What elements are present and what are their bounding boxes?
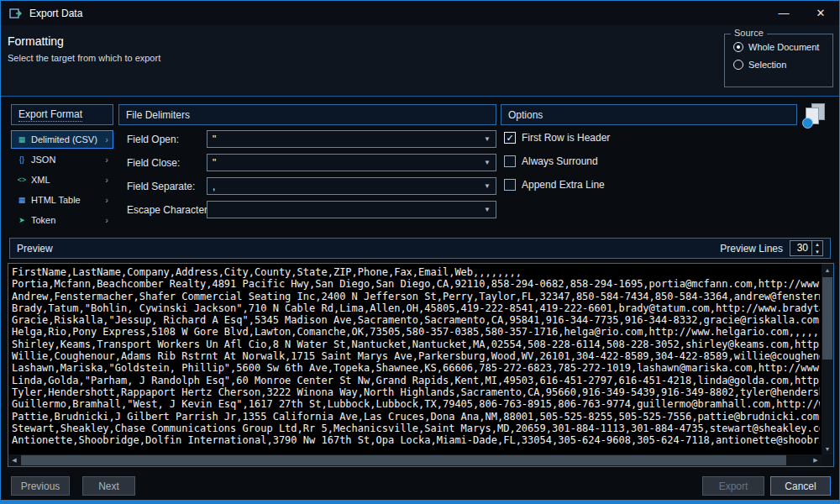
source-groupbox-label: Source: [731, 28, 767, 38]
export-format-header-label: Export Format: [18, 108, 82, 122]
checkbox-first-row-is-header[interactable]: ✓First Row is Header: [504, 132, 610, 144]
file-delimiters-header: File Delimiters: [118, 104, 496, 125]
token-icon: ➤: [16, 216, 28, 224]
chevron-down-icon: ▼: [484, 206, 491, 213]
previous-button[interactable]: Previous: [11, 476, 70, 496]
field-label-field-separate: Field Separate:: [127, 181, 195, 192]
next-button[interactable]: Next: [82, 476, 135, 496]
close-button[interactable]: ✕: [802, 1, 839, 25]
format-item-xml[interactable]: <>XML›: [11, 171, 113, 189]
export-data-dialog: Export Data — ✕ Formatting Select the ta…: [0, 0, 840, 504]
preview-pane[interactable]: FirstName,LastName,Company,Address,City,…: [8, 263, 834, 467]
app-icon: [9, 7, 23, 20]
export-button[interactable]: Export: [702, 476, 764, 496]
title-bar-buttons: — ✕: [765, 1, 839, 25]
title-bar: Export Data — ✕: [1, 1, 839, 25]
preview-content: FirstName,LastName,Company,Address,City,…: [12, 266, 820, 453]
radio-label: Selection: [748, 60, 786, 70]
chevron-down-icon: ▼: [484, 159, 491, 166]
format-item-label: XML: [31, 175, 102, 185]
checkbox-always-surround[interactable]: Always Surround: [504, 155, 598, 167]
radio-selected-icon: [733, 42, 743, 52]
dropdown-field-separate[interactable]: ,▼: [207, 177, 496, 195]
preview-label: Preview: [17, 243, 53, 255]
chevron-down-icon: ▼: [484, 135, 491, 143]
file-delimiters-header-label: File Delimiters: [126, 109, 190, 121]
source-groupbox: Source Whole DocumentSelection: [724, 34, 833, 87]
chevron-right-icon: ›: [105, 195, 108, 205]
format-item-token[interactable]: ➤Token›: [11, 211, 113, 229]
checkbox-checked-icon: ✓: [504, 132, 516, 144]
dropdown-field-open[interactable]: "▼: [207, 130, 496, 148]
format-item-label: Delimited (CSV): [31, 134, 102, 144]
json-icon: {}: [16, 155, 28, 164]
vertical-scroll-thumb[interactable]: [822, 277, 832, 360]
radio-selection[interactable]: Selection: [733, 60, 832, 70]
main-area: Export Format File Delimiters Options ▦D…: [1, 97, 839, 500]
vertical-scrollbar[interactable]: ▲ ▼: [822, 264, 833, 454]
horizontal-scroll-thumb[interactable]: [21, 455, 786, 465]
spin-down-icon[interactable]: ▼: [812, 249, 822, 256]
scroll-right-icon[interactable]: ▶: [810, 454, 822, 466]
format-item-label: Token: [31, 215, 102, 225]
field-label-escape-character: Escape Character:: [127, 204, 210, 216]
checkbox-unchecked-icon: [504, 155, 516, 167]
export-globe-icon: [802, 118, 813, 129]
format-item-delimited-csv[interactable]: ▦Delimited (CSV)›: [11, 130, 113, 149]
page-title: Formatting: [8, 34, 64, 48]
format-item-label: JSON: [31, 155, 102, 165]
options-header: Options: [501, 104, 797, 125]
window-title: Export Data: [29, 8, 82, 19]
format-item-label: HTML Table: [31, 195, 102, 205]
csv-icon: ▦: [16, 135, 28, 144]
source-options: Whole DocumentSelection: [725, 42, 832, 70]
dropdown-field-close[interactable]: "▼: [207, 154, 496, 171]
scroll-left-icon[interactable]: ◀: [8, 454, 20, 466]
chevron-down-icon: ▼: [484, 182, 491, 190]
scroll-up-icon[interactable]: ▲: [822, 264, 833, 276]
preview-header: Preview Preview Lines 30 ▲ ▼: [9, 238, 831, 259]
radio-unselected-icon: [733, 60, 743, 70]
preview-lines-input[interactable]: 30: [790, 241, 811, 255]
page-subtitle: Select the target from which to export: [8, 53, 160, 63]
html-table-icon: ▦: [16, 196, 28, 204]
chevron-right-icon: ›: [105, 155, 108, 165]
minimize-button[interactable]: —: [765, 1, 802, 25]
radio-whole-document[interactable]: Whole Document: [733, 42, 832, 52]
field-label-field-open: Field Open:: [127, 134, 179, 145]
checkbox-unchecked-icon: [504, 179, 516, 191]
spinner-buttons: ▲ ▼: [811, 241, 822, 255]
cancel-button[interactable]: Cancel: [770, 476, 831, 496]
field-label-field-close: Field Close:: [127, 157, 180, 169]
scroll-down-icon[interactable]: ▼: [822, 443, 833, 454]
preview-lines-label: Preview Lines: [720, 243, 783, 255]
format-item-html-table[interactable]: ▦HTML Table›: [11, 191, 113, 209]
scrollbar-corner: [822, 454, 833, 466]
dropdown-escape-character[interactable]: ▼: [207, 201, 496, 218]
format-item-json[interactable]: {}JSON›: [11, 150, 113, 169]
options-header-label: Options: [508, 109, 543, 121]
spin-up-icon[interactable]: ▲: [812, 241, 822, 249]
chevron-right-icon: ›: [105, 175, 108, 185]
formatting-header-section: Formatting Select the target from which …: [1, 25, 839, 97]
horizontal-scrollbar[interactable]: ◀ ▶: [8, 454, 822, 466]
xml-icon: <>: [16, 176, 28, 184]
dropdown-value: ": [213, 134, 216, 145]
checkbox-label: Always Surround: [522, 155, 598, 167]
export-copy-icon: [802, 103, 831, 131]
radio-label: Whole Document: [748, 42, 819, 52]
checkbox-label: Append Extra Line: [522, 179, 605, 191]
preview-lines-spinner: 30 ▲ ▼: [790, 240, 823, 256]
dropdown-value: ,: [213, 181, 215, 192]
dropdown-value: ": [213, 157, 216, 169]
checkbox-label: First Row is Header: [522, 132, 610, 144]
checkbox-append-extra-line[interactable]: Append Extra Line: [504, 179, 605, 191]
export-format-header: Export Format: [11, 104, 113, 125]
chevron-right-icon: ›: [105, 215, 108, 225]
chevron-right-icon: ›: [105, 134, 108, 144]
